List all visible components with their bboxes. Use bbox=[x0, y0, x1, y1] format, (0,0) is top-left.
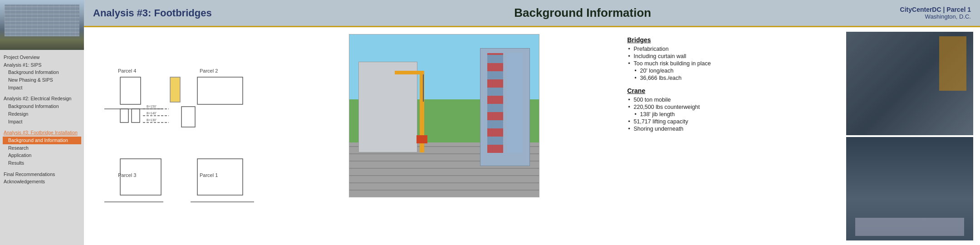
sidebar-item-footbridge-research[interactable]: Research bbox=[3, 144, 81, 152]
bridge-item: Prefabrication bbox=[627, 45, 840, 53]
crane-section: Crane 500 ton mobile220,500 lbs counterw… bbox=[627, 87, 840, 132]
sidebar: Project OverviewAnalysis #1: SIPSBackgro… bbox=[0, 0, 84, 245]
parcel2-label: Parcel 2 bbox=[200, 68, 218, 74]
sidebar-item-analysis-electrical[interactable]: Analysis #2: Electrical Redesign bbox=[3, 95, 81, 103]
bridge-item: Too much risk building in place bbox=[627, 60, 840, 67]
crane-item: 500 ton mobile bbox=[627, 96, 840, 103]
site-diagram: Parcel 4 Parcel 2 Parcel 3 Parcel 1 bbox=[91, 32, 263, 240]
crane-heading: Crane bbox=[627, 87, 840, 94]
sidebar-item-analysis-sips[interactable]: Analysis #1: SIPS bbox=[3, 61, 81, 69]
scene-crane-base bbox=[416, 135, 427, 143]
sidebar-item-footbridge-application[interactable]: Application bbox=[3, 152, 81, 159]
sidebar-item-sips-background[interactable]: Background Information bbox=[3, 69, 81, 76]
svg-rect-0 bbox=[91, 36, 263, 236]
content-area: Parcel 4 Parcel 2 Parcel 3 Parcel 1 bbox=[84, 27, 980, 245]
scene-building-left bbox=[358, 62, 417, 152]
header-center-title: Background Information bbox=[265, 6, 900, 20]
construction-scene bbox=[349, 34, 539, 197]
photo-bottom bbox=[846, 137, 973, 240]
bridges-list: PrefabricationIncluding curtain wallToo … bbox=[627, 45, 840, 82]
crane-item: 51,717 lifting capacity bbox=[627, 118, 840, 125]
crane-list: 500 ton mobile220,500 lbs counterweight1… bbox=[627, 96, 840, 132]
bridge-item: 36,666 lbs./each bbox=[627, 74, 840, 82]
parcel1-label: Parcel 1 bbox=[200, 172, 218, 178]
header-project-info: CityCenterDC | Parcel 1 Washington, D.C. bbox=[900, 6, 971, 20]
crane-item: Shoring underneath bbox=[627, 125, 840, 132]
sidebar-item-electrical-redesign[interactable]: Redesign bbox=[3, 110, 81, 118]
parcel4-label: Parcel 4 bbox=[118, 68, 136, 74]
scene-crane-line bbox=[423, 74, 424, 102]
building-image bbox=[0, 0, 84, 50]
sidebar-navigation: Project OverviewAnalysis #1: SIPSBackgro… bbox=[0, 50, 84, 245]
diagram-area: Parcel 4 Parcel 2 Parcel 3 Parcel 1 bbox=[91, 32, 263, 240]
photo-top bbox=[846, 32, 973, 135]
project-name: CityCenterDC | Parcel 1 bbox=[900, 6, 971, 13]
sidebar-item-final-recommendations[interactable]: Final Recommendations bbox=[3, 171, 81, 178]
svg-rect-8 bbox=[170, 77, 180, 102]
sidebar-item-electrical-impact[interactable]: Impact bbox=[3, 118, 81, 126]
right-section: Bridges PrefabricationIncluding curtain … bbox=[625, 32, 974, 240]
sidebar-item-footbridge-background[interactable]: Background and Information bbox=[3, 137, 81, 144]
svg-text:B=140': B=140' bbox=[147, 112, 157, 115]
sidebar-item-sips-impact[interactable]: Impact bbox=[3, 84, 81, 92]
project-location: Washington, D.C. bbox=[900, 13, 971, 20]
sidebar-item-electrical-background[interactable]: Background Information bbox=[3, 103, 81, 110]
sidebar-photo bbox=[0, 0, 84, 50]
sidebar-item-project-overview[interactable]: Project Overview bbox=[3, 54, 81, 61]
photo-top-image bbox=[846, 32, 973, 135]
sidebar-item-analysis-footbridge[interactable]: Analysis #3: Footbridge Installation bbox=[3, 129, 81, 137]
header: Analysis #3: Footbridges Background Info… bbox=[84, 0, 980, 27]
main-content: Analysis #3: Footbridges Background Info… bbox=[84, 0, 980, 245]
sidebar-item-footbridge-results[interactable]: Results bbox=[3, 159, 81, 167]
bridges-heading: Bridges bbox=[627, 36, 840, 44]
bridges-section: Bridges PrefabricationIncluding curtain … bbox=[627, 36, 840, 82]
svg-text:B=150': B=150' bbox=[147, 105, 157, 108]
crane-item: 220,500 lbs counterweight bbox=[627, 103, 840, 111]
photo-bottom-image bbox=[846, 137, 973, 240]
center-construction-image bbox=[270, 32, 618, 240]
svg-text:B=130': B=130' bbox=[147, 118, 157, 122]
bridge-item: 20' long/each bbox=[627, 67, 840, 74]
sidebar-item-acknowledgements[interactable]: Acknowledgements bbox=[3, 178, 81, 186]
info-text-panel: Bridges PrefabricationIncluding curtain … bbox=[625, 32, 842, 240]
photos-panel bbox=[846, 32, 973, 240]
sidebar-item-sips-phasing[interactable]: New Phasing & SIPS bbox=[3, 76, 81, 84]
bridge-item: Including curtain wall bbox=[627, 53, 840, 60]
parcel3-label: Parcel 3 bbox=[118, 172, 136, 178]
crane-item: 138' jib length bbox=[627, 111, 840, 118]
scene-crane-arm bbox=[395, 71, 424, 74]
header-title: Analysis #3: Footbridges bbox=[93, 7, 265, 19]
